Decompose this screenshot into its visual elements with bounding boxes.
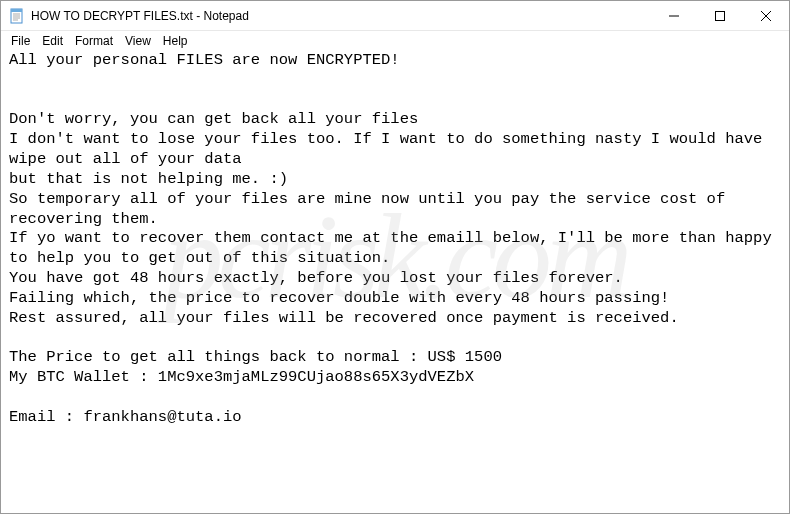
menu-help[interactable]: Help (157, 33, 194, 49)
menu-format[interactable]: Format (69, 33, 119, 49)
minimize-button[interactable] (651, 1, 697, 30)
menu-file[interactable]: File (5, 33, 36, 49)
menubar: File Edit Format View Help (1, 31, 789, 51)
maximize-button[interactable] (697, 1, 743, 30)
menu-view[interactable]: View (119, 33, 157, 49)
window-title: HOW TO DECRYPT FILES.txt - Notepad (31, 9, 651, 23)
notepad-icon (9, 8, 25, 24)
svg-rect-7 (716, 11, 725, 20)
close-button[interactable] (743, 1, 789, 30)
svg-rect-1 (11, 9, 22, 12)
text-content[interactable]: All your personal FILES are now ENCRYPTE… (1, 51, 789, 428)
titlebar: HOW TO DECRYPT FILES.txt - Notepad (1, 1, 789, 31)
window-controls (651, 1, 789, 30)
menu-edit[interactable]: Edit (36, 33, 69, 49)
